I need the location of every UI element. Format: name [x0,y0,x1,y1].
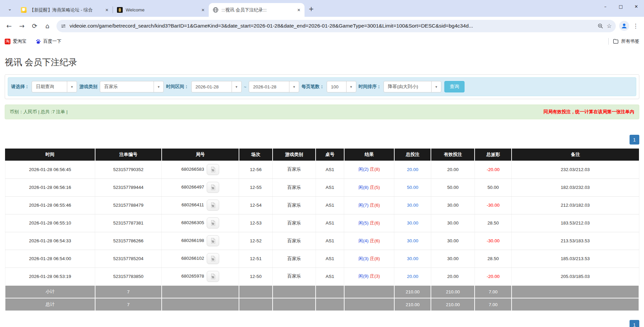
cell-payout: 28.50 [475,214,511,232]
cell-round-number: 680266583 [162,161,239,178]
cell-empty [512,298,639,311]
close-icon[interactable]: ✕ [104,7,110,13]
video-replay-button[interactable] [207,271,219,282]
tab-search-button[interactable]: ⌄ [5,4,15,14]
round-number: 680266198 [182,238,204,243]
mode-select[interactable]: 日期查询 ▾ [32,81,77,92]
game-type-select[interactable]: 百家乐 ▾ [100,81,164,92]
back-button[interactable]: ← [3,20,15,32]
page-size-value: 100 [327,84,343,89]
date-end-select[interactable]: 2026-01-28 ▾ [249,81,299,92]
tab-forum[interactable]: 【新提醒】海燕策略论坛 - 综合 ✕ [17,3,113,17]
home-button[interactable]: ⌂ [42,20,53,32]
new-tab-button[interactable]: + [307,4,316,13]
cell-session: 12-55 [239,178,273,196]
minimize-button[interactable]: – [598,0,613,13]
page-1-button[interactable]: 1 [630,135,639,145]
cell-bet-number: 523157783850 [95,268,162,285]
cell-total-bet: 30.00 [394,214,431,232]
video-replay-button[interactable] [207,235,219,246]
cell-count: 7 [95,298,162,311]
video-replay-button[interactable] [207,200,219,211]
tab-welcome[interactable]: Welcome ✕ [113,3,209,17]
video-file-icon [210,202,216,208]
cell-payout: 28.50 [475,250,511,268]
all-bookmarks-button[interactable]: 所有书签 [613,38,639,44]
bookmark-aitaobao[interactable]: 淘 爱淘宝 [5,38,27,44]
magnifier-icon[interactable] [598,23,603,29]
cell-round-number: 680266305 [162,214,239,232]
forum-favicon-icon [21,7,27,13]
game-type-select-value: 百家乐 [100,84,122,90]
total-bet-link[interactable]: 30.00 [407,220,418,226]
tab-strip: ⌄ 【新提醒】海燕策略论坛 - 综合 ✕ Welcome ✕ :::视讯 会员下… [0,0,644,17]
taobao-icon: 淘 [5,39,10,44]
sort-select[interactable]: 降幂(由大到小) ▾ [384,81,441,92]
cell-table-number: AS1 [316,214,344,232]
video-replay-button[interactable] [207,253,219,264]
mode-select-value: 日期查询 [32,84,58,90]
close-icon[interactable]: ✕ [200,7,206,13]
round-number: 680266411 [182,202,204,207]
bookmark-label: 爱淘宝 [13,38,27,44]
maximize-button[interactable]: □ [613,0,629,13]
column-header: 结果 [344,149,394,161]
table-row: 2026-01-28 06:54:00523157785204680266102… [5,250,639,268]
forward-button[interactable]: → [16,20,28,32]
total-bet-link[interactable]: 30.00 [407,238,418,243]
caret-down-icon: ▾ [232,81,241,92]
summary-bar: 币别：人民币 | 总共 :7 注单 | 同局有效投注，统一计算在该局第一张注单内 [5,105,639,119]
round-number: 680265978 [182,274,204,279]
table-row: 2026-01-28 06:55:46523157788479680266411… [5,196,639,214]
bookmark-baidu[interactable]: 百度一下 [35,38,62,44]
cell-valid-bet: 30.00 [431,214,475,232]
query-button[interactable]: 查询 [444,81,465,92]
result-banker: 庄(6) [369,220,380,226]
date-start-select[interactable]: 2026-01-28 ▾ [191,81,242,92]
column-header: 有效投注 [431,149,475,161]
cell-result: 闲(3) 庄(8) [344,250,394,268]
column-header: 局号 [162,149,239,161]
globe-icon [213,7,218,13]
video-replay-button[interactable] [207,182,219,193]
cell-note: 205.03/185.03 [512,268,639,285]
total-bet-link[interactable]: 20.00 [407,167,418,172]
bookmark-star-icon[interactable]: ☆ [607,23,612,29]
reload-button[interactable]: ⟳ [29,20,40,32]
tune-icon[interactable] [61,23,66,29]
total-bet-link[interactable]: 30.00 [407,203,418,208]
cell-round-number: 680266411 [162,196,239,214]
kebab-menu-icon[interactable]: ⋮ [631,21,641,31]
url-text[interactable]: videoie.com/game/betrecord_search/kind3?… [70,23,594,29]
cell-time: 2026-01-28 06:55:46 [5,196,95,214]
cell-label: 总计 [5,298,95,311]
cell-empty [273,298,316,311]
window-controls: – □ ✕ [598,0,644,13]
bet-records-table: 时间注单编号局号场次游戏类别桌号结果总投注有效投注总派彩备注 2026-01-2… [5,149,639,311]
video-replay-button[interactable] [207,164,219,175]
cell-count: 7 [95,285,162,298]
close-icon[interactable]: ✕ [296,7,302,13]
tab-title: :::视讯 会员下注纪录::: [222,7,293,13]
total-bet-link[interactable]: 50.00 [407,185,418,190]
total-bet-link[interactable]: 20.00 [407,274,418,279]
video-file-icon [210,184,216,191]
address-bar[interactable]: videoie.com/game/betrecord_search/kind3?… [56,20,616,32]
page-size-select[interactable]: 100 ▾ [327,81,356,92]
tab-bet-records-active[interactable]: :::视讯 会员下注纪录::: ✕ [209,3,305,17]
table-row: 2026-01-28 06:54:33523157786266680266198… [5,232,639,250]
column-header: 备注 [512,149,639,161]
cell-bet-number: 523157785204 [95,250,162,268]
column-header: 总派彩 [475,149,511,161]
cell-empty [239,285,273,298]
window-close-button[interactable]: ✕ [629,0,644,13]
cell-payout: -20.00 [475,161,511,178]
cell-session: 12-51 [239,250,273,268]
page-1-button[interactable]: 1 [630,320,639,327]
cell-result: 闲(2) 庄(8) [344,161,394,178]
total-bet-link[interactable]: 30.00 [407,256,418,261]
video-replay-button[interactable] [207,217,219,229]
all-bookmarks-label: 所有书签 [621,38,639,44]
profile-avatar[interactable] [619,21,629,31]
filter-bar: 请选择： 日期查询 ▾ 游戏类别 百家乐 ▾ 时间区间： 2026-01-28 … [8,77,636,96]
